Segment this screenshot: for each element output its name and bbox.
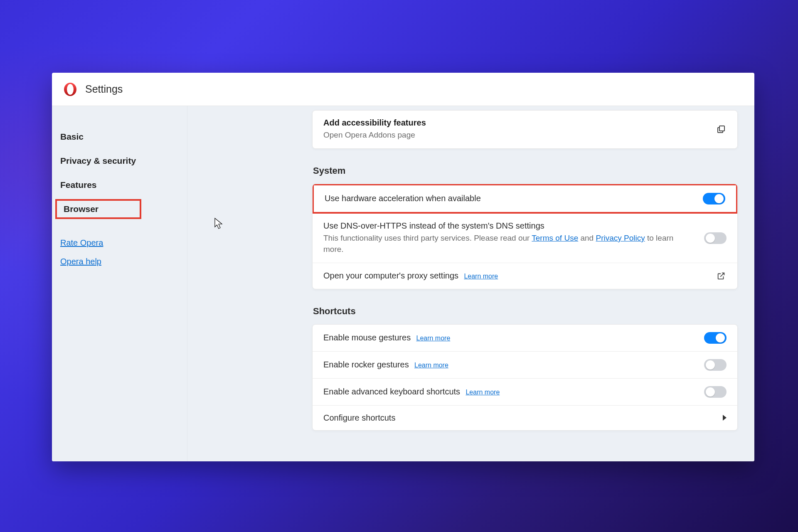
dns-toggle[interactable] <box>704 232 727 244</box>
settings-window: Settings Basic Privacy & security Featur… <box>52 73 754 461</box>
external-link-icon[interactable] <box>716 124 727 135</box>
configure-shortcuts-row[interactable]: Configure shortcuts <box>313 405 737 430</box>
adv-kb-label: Enable advanced keyboard shortcuts <box>323 387 460 396</box>
adv-kb-toggle[interactable] <box>704 386 727 398</box>
svg-point-1 <box>67 84 74 95</box>
page-title: Settings <box>85 83 123 95</box>
hw-accel-label: Use hardware acceleration when available <box>325 194 695 203</box>
mouse-gestures-toggle[interactable] <box>704 332 727 344</box>
proxy-learn-more-link[interactable]: Learn more <box>464 273 498 280</box>
proxy-label: Open your computer's proxy settings <box>323 271 458 280</box>
svg-rect-3 <box>719 126 724 131</box>
mouse-gestures-label: Enable mouse gestures <box>323 333 411 342</box>
terms-of-use-link[interactable]: Terms of Use <box>532 234 578 242</box>
adv-kb-row: Enable advanced keyboard shortcuts Learn… <box>313 378 737 405</box>
accessibility-row[interactable]: Add accessibility features Open Opera Ad… <box>313 111 737 148</box>
dns-row: Use DNS-over-HTTPS instead of the system… <box>313 213 737 263</box>
accessibility-card: Add accessibility features Open Opera Ad… <box>312 110 738 149</box>
opera-logo-icon <box>63 82 78 97</box>
sidebar-link-rate-opera[interactable]: Rate Opera <box>52 236 187 250</box>
hw-accel-row: Use hardware acceleration when available <box>312 184 738 214</box>
shortcuts-card: Enable mouse gestures Learn more Enable … <box>312 324 738 431</box>
privacy-policy-link[interactable]: Privacy Policy <box>596 234 645 242</box>
window-body: Basic Privacy & security Features Browse… <box>52 106 754 461</box>
mouse-learn-more-link[interactable]: Learn more <box>416 335 450 342</box>
rocker-gestures-label: Enable rocker gestures <box>323 360 409 369</box>
accessibility-subtitle: Open Opera Addons page <box>323 129 707 141</box>
hw-accel-toggle[interactable] <box>703 193 725 204</box>
content-area: Add accessibility features Open Opera Ad… <box>187 106 754 461</box>
dns-label: Use DNS-over-HTTPS instead of the system… <box>323 221 696 231</box>
sidebar-item-browser[interactable]: Browser <box>55 199 141 219</box>
sidebar-item-basic[interactable]: Basic <box>52 127 187 147</box>
dns-desc: This functionality uses third party serv… <box>323 232 696 255</box>
proxy-row[interactable]: Open your computer's proxy settings Lear… <box>313 263 737 289</box>
sidebar-item-features[interactable]: Features <box>52 175 187 195</box>
rocker-gestures-toggle[interactable] <box>704 359 727 371</box>
desktop-background: Settings Basic Privacy & security Featur… <box>0 0 798 532</box>
dns-desc-prefix: This functionality uses third party serv… <box>323 234 532 242</box>
sidebar: Basic Privacy & security Features Browse… <box>52 106 187 461</box>
open-external-icon[interactable] <box>716 271 727 281</box>
system-card: Use hardware acceleration when available… <box>312 184 738 289</box>
dns-and: and <box>580 234 596 242</box>
mouse-gestures-row: Enable mouse gestures Learn more <box>313 325 737 351</box>
accessibility-title: Add accessibility features <box>323 118 707 128</box>
chevron-right-icon <box>723 415 727 421</box>
sidebar-item-privacy[interactable]: Privacy & security <box>52 151 187 171</box>
section-heading-shortcuts: Shortcuts <box>313 306 738 317</box>
sidebar-link-opera-help[interactable]: Opera help <box>52 254 187 269</box>
rocker-learn-more-link[interactable]: Learn more <box>414 362 448 369</box>
rocker-gestures-row: Enable rocker gestures Learn more <box>313 351 737 378</box>
window-topbar: Settings <box>52 73 754 106</box>
section-heading-system: System <box>313 165 738 176</box>
advkb-learn-more-link[interactable]: Learn more <box>466 389 500 396</box>
configure-shortcuts-label: Configure shortcuts <box>323 413 395 422</box>
